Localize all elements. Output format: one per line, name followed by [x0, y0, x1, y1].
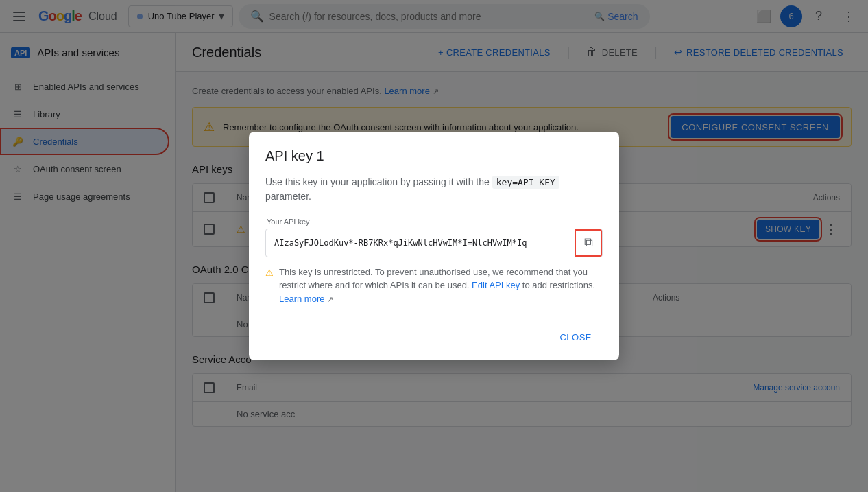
dialog-close-button[interactable]: CLOSE	[548, 325, 603, 349]
copy-icon: ⧉	[584, 235, 593, 250]
api-key-dialog: API key 1 Use this key in your applicati…	[249, 132, 619, 361]
dialog-warning-icon: ⚠	[265, 266, 274, 306]
copy-key-button[interactable]: ⧉	[575, 229, 602, 257]
dialog-actions: CLOSE	[265, 319, 603, 349]
api-key-input-wrapper: ⧉	[265, 229, 603, 257]
api-key-field-label: Your API key	[265, 218, 603, 226]
edit-api-key-link[interactable]: Edit API key	[472, 280, 520, 290]
dialog-overlay[interactable]: API key 1 Use this key in your applicati…	[0, 0, 868, 492]
dialog-warning: ⚠ This key is unrestricted. To prevent u…	[265, 266, 603, 306]
dialog-description: Use this key in your application by pass…	[265, 175, 603, 204]
api-key-field: Your API key ⧉	[265, 218, 603, 257]
dialog-code-param: key=API_KEY	[492, 176, 559, 189]
api-key-input[interactable]	[266, 231, 575, 255]
dialog-learn-more-link[interactable]: Learn more	[279, 294, 324, 304]
dialog-title: API key 1	[265, 148, 603, 164]
